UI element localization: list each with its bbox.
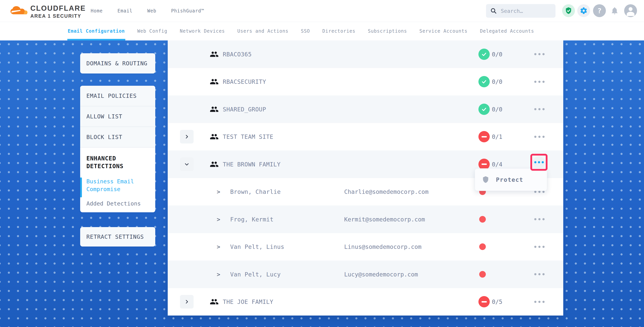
nav-phishguard[interactable]: PhishGuard™ [170, 8, 205, 14]
protection-count: 0/0 [492, 51, 502, 57]
nav-home[interactable]: Home [90, 8, 104, 14]
status-unprotected-dot [479, 216, 486, 223]
sidebar-item-allow-list[interactable]: ALLOW LIST [80, 106, 155, 127]
member-name: Brown, Charlie [230, 188, 281, 195]
expand-row-button[interactable] [180, 130, 194, 143]
group-icon [210, 50, 219, 59]
group-icon [210, 132, 219, 141]
tab-web-config[interactable]: Web Config [137, 22, 168, 40]
protection-count: 0/1 [492, 133, 502, 140]
sidebar-item-email-policies[interactable]: EMAIL POLICIES [80, 86, 155, 106]
row-actions-ellipsis[interactable] [527, 296, 552, 308]
search-box[interactable] [486, 4, 556, 18]
member-name: Van Pelt, Lucy [230, 271, 281, 278]
group-name: RBACSECURITY [223, 78, 266, 85]
tab-users-and-actions[interactable]: Users and Actions [237, 22, 288, 40]
member-marker: > [217, 243, 220, 250]
security-status-button[interactable] [562, 4, 575, 17]
question-mark-icon: ? [597, 7, 602, 15]
user-avatar-icon [624, 4, 637, 17]
sidebar-item-added-detections[interactable]: Added Detections [86, 200, 147, 207]
enhanced-detections-title: ENHANCED DETECTIONS [86, 155, 145, 170]
table-row: > Van Pelt, Lucy Lucy@somedemocorp.com [168, 261, 563, 288]
app-header: CLOUDFLARE AREA 1 SECURITY Home Email We… [0, 0, 644, 22]
sidebar-item-retract-settings[interactable]: RETRACT SETTINGS [80, 227, 155, 247]
chevron-right-icon [184, 299, 189, 304]
nav-email[interactable]: Email [116, 8, 134, 14]
table-row: RBACO365 0/0 [168, 40, 563, 68]
group-name: TEST TEAM SITE [223, 133, 273, 140]
member-name: Frog, Kermit [230, 216, 274, 223]
tab-sso[interactable]: SSO [301, 22, 310, 40]
member-marker: > [217, 271, 220, 278]
notifications-button[interactable] [608, 4, 621, 17]
user-avatar-button[interactable] [624, 4, 637, 17]
tab-network-devices[interactable]: Network Devices [180, 22, 225, 40]
tab-subscriptions[interactable]: Subscriptions [368, 22, 407, 40]
group-icon [210, 105, 219, 114]
active-item-indicator [80, 178, 82, 197]
tab-directories[interactable]: Directories [322, 22, 356, 40]
group-icon [210, 297, 219, 306]
status-unprotected-badge [478, 131, 490, 142]
status-unprotected-dot [479, 271, 486, 278]
sidebar-item-domains-routing[interactable]: DOMAINS & ROUTING [80, 53, 155, 73]
row-actions-ellipsis[interactable] [533, 156, 545, 168]
protect-menu-item-label: Protect [496, 176, 523, 183]
status-unprotected-dot [479, 243, 486, 250]
table-row: RBACSECURITY 0/0 [168, 68, 563, 96]
expand-row-button[interactable] [180, 295, 194, 309]
table-row: > Van Pelt, Linus Linus@somedemocorp.com [168, 233, 563, 261]
config-subnav: Email Configuration Web Config Network D… [0, 22, 644, 40]
shield-check-icon [565, 7, 572, 14]
brand-line2: AREA 1 SECURITY [30, 13, 86, 18]
row-actions-ellipsis[interactable] [527, 75, 552, 88]
row-actions-ellipsis[interactable] [527, 130, 552, 143]
group-name: THE JOE FAMILY [223, 299, 273, 305]
cloudflare-logo-icon [9, 3, 29, 19]
table-row: THE JOE FAMILY 0/5 [168, 288, 563, 316]
group-name: THE BROWN FAMILY [223, 161, 280, 168]
protection-count: 0/5 [492, 299, 502, 305]
chevron-down-icon [184, 162, 189, 167]
status-protected-badge [478, 76, 490, 87]
member-email: Kermit@somedemocorp.com [344, 216, 425, 223]
group-name: RBACO365 [223, 51, 252, 57]
gear-icon [580, 7, 588, 14]
table-row: TEST TEAM SITE 0/1 [168, 123, 563, 151]
brand-line1: CLOUDFLARE [30, 5, 86, 12]
group-name: SHARED_GROUP [223, 106, 266, 113]
nav-web[interactable]: Web [146, 8, 158, 14]
settings-button[interactable] [577, 4, 590, 17]
bell-icon [610, 6, 619, 15]
row-actions-ellipsis[interactable] [527, 48, 552, 60]
search-input[interactable] [500, 8, 548, 14]
member-email: Linus@somedemocorp.com [344, 243, 422, 250]
row-actions-ellipsis[interactable] [527, 103, 552, 115]
protection-count: 0/0 [492, 106, 502, 113]
sidebar-item-block-list[interactable]: BLOCK LIST [80, 127, 155, 148]
group-icon [210, 160, 219, 169]
tab-email-configuration[interactable]: Email Configuration [68, 22, 125, 40]
protection-count: 0/4 [492, 161, 502, 168]
table-row: > Frog, Kermit Kermit@somedemocorp.com [168, 206, 563, 233]
search-icon [490, 7, 497, 14]
tab-service-accounts[interactable]: Service Accounts [420, 22, 468, 40]
sidebar-enhanced-detections-section: ENHANCED DETECTIONS Business Email Compr… [80, 148, 155, 211]
help-button[interactable]: ? [593, 4, 606, 17]
row-actions-ellipsis[interactable] [527, 241, 552, 253]
member-email: Charlie@somedemocorp.com [344, 188, 428, 195]
row-actions-ellipsis[interactable] [527, 268, 552, 281]
member-email: Lucy@somedemocorp.com [344, 271, 418, 278]
sidebar-item-business-email-compromise[interactable]: Business Email Compromise [86, 178, 147, 193]
group-icon [210, 77, 219, 86]
shield-icon [482, 176, 489, 184]
collapse-row-button[interactable] [180, 157, 194, 171]
status-protected-badge [478, 104, 490, 115]
row-context-menu-protect[interactable]: Protect [475, 168, 547, 191]
brand-text: CLOUDFLARE AREA 1 SECURITY [30, 5, 86, 18]
row-actions-ellipsis[interactable] [527, 213, 552, 226]
highlight-annotation-box [530, 154, 548, 171]
tab-delegated-accounts[interactable]: Delegated Accounts [480, 22, 534, 40]
protection-count: 0/0 [492, 78, 502, 85]
